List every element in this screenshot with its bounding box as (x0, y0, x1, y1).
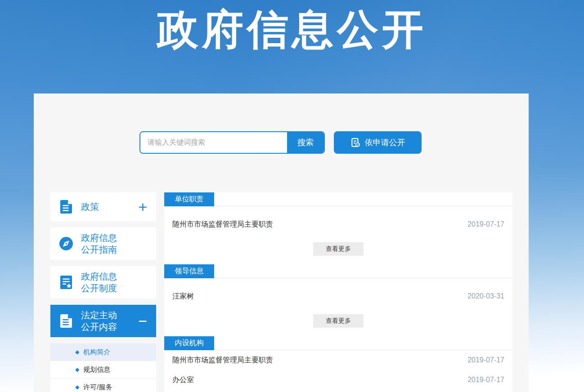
sidebar-subitem-planning-info[interactable]: ◆ 规划信息 (50, 361, 156, 379)
sidebar-item-label: 法定主动 公开内容 (81, 309, 117, 333)
section-internal-orgs: 内设机构 随州市市场监督管理局主要职责 2019-07-17 办公室 2019-… (164, 336, 512, 390)
diamond-icon: ◆ (75, 349, 79, 355)
more-wrap: 查看更多 (164, 242, 512, 256)
apply-request-label: 依申请公开 (365, 137, 405, 148)
page-title: 政府信息公开 (0, 2, 584, 58)
article-title: 随州市市场监督管理局主要职责 (172, 220, 273, 229)
document-icon (58, 199, 74, 214)
sidebar-submenu: ◆ 机构简介 ◆ 规划信息 ◆ 许可/服务 (50, 343, 156, 392)
section-tab[interactable]: 内设机构 (164, 336, 214, 350)
list-item[interactable]: 办公室 2019-07-17 (164, 370, 512, 390)
view-more-button[interactable]: 查看更多 (313, 314, 364, 328)
sidebar-subitem-permits-services[interactable]: ◆ 许可/服务 (50, 379, 156, 392)
section-header: 单位职责 (164, 192, 512, 206)
view-more-button[interactable]: 查看更多 (313, 242, 364, 256)
collapse-icon[interactable]: − (138, 313, 147, 329)
sidebar-item-policy[interactable]: 政策 + (50, 192, 156, 221)
apply-request-button[interactable]: 依申请公开 (334, 131, 422, 154)
sidebar-item-label: 政府信息 公开指南 (81, 232, 117, 255)
diamond-icon: ◆ (75, 366, 79, 373)
search-input[interactable] (140, 132, 287, 153)
list-item[interactable]: 随州市市场监督管理局主要职责 2019-07-17 (164, 350, 512, 370)
diamond-icon: ◆ (75, 384, 79, 390)
main-content: 单位职责 随州市市场监督管理局主要职责 2019-07-17 查看更多 领导信息… (164, 192, 512, 392)
sidebar-subitem-label: 规划信息 (83, 365, 110, 374)
sidebar-item-statutory-disclosure[interactable]: 法定主动 公开内容 − (50, 305, 156, 337)
document-star-icon (58, 275, 74, 290)
more-wrap: 查看更多 (164, 314, 512, 328)
sidebar-item-label: 政策 (81, 201, 99, 213)
article-date: 2019-07-17 (467, 220, 504, 228)
list-item[interactable]: 随州市市场监督管理局主要职责 2019-07-17 (164, 212, 512, 237)
sidebar-item-guide[interactable]: 政府信息 公开指南 (50, 227, 156, 260)
search-button[interactable]: 搜索 (287, 132, 324, 153)
section-header: 内设机构 (164, 336, 512, 350)
compass-icon (58, 236, 74, 251)
article-date: 2020-03-31 (467, 292, 504, 300)
sidebar-subitem-label: 许可/服务 (83, 383, 112, 392)
sidebar-subitem-org-intro[interactable]: ◆ 机构简介 (50, 343, 156, 361)
search-group: 搜索 (139, 131, 325, 154)
sidebar-item-system[interactable]: 政府信息 公开制度 (50, 266, 156, 298)
list-item[interactable]: 汪家树 2020-03-31 (164, 284, 512, 309)
section-leadership-info: 领导信息 汪家树 2020-03-31 查看更多 (164, 264, 512, 328)
article-title: 汪家树 (172, 292, 194, 301)
document-icon (58, 313, 74, 329)
article-date: 2019-07-17 (467, 376, 504, 384)
sidebar: 政策 + 政府信息 公开指南 (50, 192, 156, 392)
section-header: 领导信息 (164, 264, 512, 278)
section-tab[interactable]: 单位职责 (164, 192, 214, 206)
sidebar-subitem-label: 机构简介 (83, 348, 110, 356)
article-title: 办公室 (172, 375, 194, 385)
document-edit-icon (350, 138, 360, 147)
article-date: 2019-07-17 (467, 356, 504, 364)
section-unit-duties: 单位职责 随州市市场监督管理局主要职责 2019-07-17 查看更多 (164, 192, 512, 256)
content-card: 搜索 依申请公开 政策 (34, 94, 529, 392)
section-tab[interactable]: 领导信息 (164, 264, 214, 278)
article-title: 随州市市场监督管理局主要职责 (172, 356, 273, 365)
expand-icon[interactable]: + (138, 199, 147, 214)
sidebar-item-label: 政府信息 公开制度 (81, 271, 117, 294)
